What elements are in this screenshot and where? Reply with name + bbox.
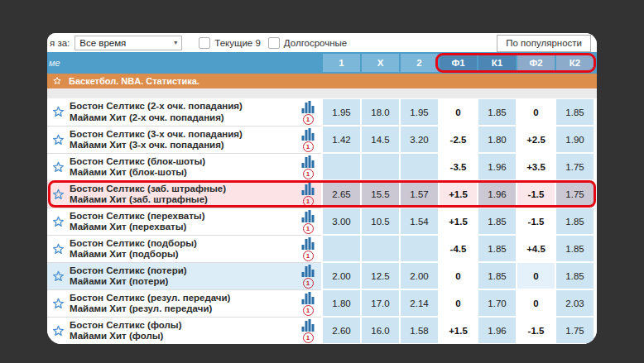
odds-cell-1[interactable]: 2.60: [323, 318, 360, 343]
column-header-x[interactable]: X: [362, 54, 399, 72]
odds-cell-k2[interactable]: 1.85: [556, 99, 594, 125]
market-name-cell[interactable]: Бостон Селтикс (потери) Майами Хит (поте…: [47, 262, 321, 289]
handicap-cell-f1[interactable]: -2.5: [440, 127, 477, 152]
odds-cell-k2[interactable]: 1.85: [556, 263, 594, 289]
odds-cell-2[interactable]: 2.14: [401, 290, 438, 316]
odds-cell-2[interactable]: 1.54: [401, 208, 438, 234]
odds-cell-x[interactable]: 17.0: [362, 290, 399, 316]
handicap-cell-f1[interactable]: 0: [440, 290, 477, 316]
odds-cell-k2[interactable]: 2.03: [556, 290, 594, 316]
favorite-star-icon[interactable]: [47, 270, 70, 284]
circled-1-icon[interactable]: 1: [303, 223, 314, 234]
odds-cell-k1[interactable]: 1.96: [478, 181, 516, 207]
odds-cell-x[interactable]: 15.5: [362, 181, 399, 207]
handicap-cell-f1[interactable]: -3.5: [440, 154, 477, 179]
odds-cell-1[interactable]: 1.42: [323, 127, 360, 152]
favorite-star-icon[interactable]: [47, 133, 70, 147]
category-row[interactable]: Баскетбол. NBA. Статистика.: [47, 74, 597, 88]
handicap-cell-f2[interactable]: +4.5: [517, 236, 555, 261]
odds-cell-x[interactable]: 16.0: [362, 318, 399, 343]
odds-cell-2[interactable]: 2.00: [401, 263, 438, 289]
handicap-cell-f1[interactable]: 0: [440, 263, 477, 289]
odds-cell-k1[interactable]: 1.85: [478, 263, 516, 289]
handicap-cell-f2[interactable]: 0: [517, 99, 555, 125]
handicap-cell-f2[interactable]: -1.5: [517, 181, 555, 207]
odds-cell-k1[interactable]: 1.80: [478, 127, 516, 152]
favorite-star-icon[interactable]: [47, 242, 70, 256]
odds-cell-k1[interactable]: 1.85: [478, 236, 516, 261]
category-star-icon[interactable]: [52, 76, 62, 86]
market-name-cell[interactable]: Бостон Селтикс (2-х очк. попадания) Майа…: [47, 98, 321, 126]
bar-chart-icon[interactable]: [301, 182, 315, 195]
circled-1-icon[interactable]: 1: [303, 196, 314, 207]
favorite-star-icon[interactable]: [47, 188, 70, 202]
handicap-cell-f1[interactable]: -4.5: [440, 236, 477, 261]
market-name-cell[interactable]: Бостон Селтикс (3-х очк. попадания) Майа…: [47, 126, 321, 153]
handicap-cell-f1[interactable]: 0: [440, 99, 477, 125]
favorite-star-icon[interactable]: [47, 105, 70, 119]
longterm-checkbox[interactable]: [268, 37, 280, 49]
market-name-cell[interactable]: Бостон Селтикс (фолы) Майами Хит (фолы) …: [47, 317, 321, 344]
odds-cell-1[interactable]: [323, 236, 360, 261]
odds-cell-k1[interactable]: 1.85: [478, 99, 516, 125]
odds-cell-2[interactable]: [401, 154, 438, 179]
circled-1-icon[interactable]: 1: [303, 141, 314, 152]
market-name-cell[interactable]: Бостон Селтикс (резул. передачи) Майами …: [47, 289, 321, 317]
handicap-cell-f2[interactable]: +3.5: [517, 154, 555, 179]
odds-cell-k2[interactable]: 1.85: [556, 208, 594, 234]
bar-chart-icon[interactable]: [301, 291, 315, 304]
circled-1-icon[interactable]: 1: [303, 114, 314, 125]
handicap-cell-f1[interactable]: +1.5: [440, 318, 477, 343]
odds-cell-x[interactable]: 14.5: [362, 127, 399, 152]
odds-cell-1[interactable]: 2.00: [323, 263, 360, 289]
column-header-1[interactable]: 1: [323, 54, 360, 72]
handicap-cell-f2[interactable]: +2.5: [517, 127, 555, 152]
sort-by-popularity-button[interactable]: По популярности: [497, 35, 591, 52]
period-select[interactable]: Все время ▾: [74, 36, 182, 50]
odds-cell-1[interactable]: [323, 154, 360, 179]
column-header-2[interactable]: 2: [401, 54, 438, 72]
odds-cell-1[interactable]: 1.95: [323, 99, 360, 125]
handicap-cell-f2[interactable]: -1.5: [517, 208, 555, 234]
odds-cell-k2[interactable]: 1.75: [556, 181, 594, 207]
bar-chart-icon[interactable]: [301, 318, 315, 332]
column-header-k1[interactable]: К1: [478, 54, 516, 72]
favorite-star-icon[interactable]: [47, 324, 70, 338]
odds-cell-k1[interactable]: 1.85: [478, 208, 516, 234]
handicap-cell-f1[interactable]: +1.5: [440, 181, 477, 207]
circled-1-icon[interactable]: 1: [303, 305, 314, 316]
odds-cell-x[interactable]: 18.0: [362, 99, 399, 125]
odds-cell-k1[interactable]: 1.96: [478, 154, 516, 179]
circled-1-icon[interactable]: 1: [303, 169, 314, 179]
circled-1-icon[interactable]: 1: [303, 251, 314, 261]
bar-chart-icon[interactable]: [301, 127, 315, 141]
odds-cell-k1[interactable]: 1.70: [478, 290, 516, 316]
column-header-k2[interactable]: К2: [556, 54, 594, 72]
column-header-f2[interactable]: Ф2: [517, 54, 555, 72]
circled-1-icon[interactable]: 1: [303, 332, 314, 343]
handicap-cell-f2[interactable]: 0: [517, 263, 555, 289]
bar-chart-icon[interactable]: [301, 100, 315, 113]
odds-cell-2[interactable]: 3.20: [401, 127, 438, 152]
odds-cell-x[interactable]: [362, 154, 399, 179]
handicap-cell-f1[interactable]: +1.5: [440, 208, 477, 234]
odds-cell-x[interactable]: 10.5: [362, 208, 399, 234]
odds-cell-x[interactable]: [362, 236, 399, 261]
odds-cell-k2[interactable]: 1.85: [556, 236, 594, 261]
market-name-cell[interactable]: Бостон Селтикс (подборы) Майами Хит (под…: [47, 235, 321, 262]
column-header-f1[interactable]: Ф1: [440, 54, 477, 72]
odds-cell-1[interactable]: 3.00: [323, 208, 360, 234]
favorite-star-icon[interactable]: [47, 297, 70, 311]
market-name-cell[interactable]: Бостон Селтикс (блок-шоты) Майами Хит (б…: [47, 153, 321, 180]
bar-chart-icon[interactable]: [301, 236, 315, 250]
handicap-cell-f2[interactable]: -1.5: [517, 318, 555, 343]
handicap-cell-f2[interactable]: 0: [517, 290, 555, 316]
favorite-star-icon[interactable]: [47, 215, 70, 229]
odds-cell-k2[interactable]: 1.75: [556, 318, 594, 343]
bar-chart-icon[interactable]: [301, 264, 315, 277]
market-name-cell[interactable]: Бостон Селтикс (перехваты) Майами Хит (п…: [47, 208, 321, 235]
odds-cell-2[interactable]: 1.57: [401, 181, 438, 207]
odds-cell-k2[interactable]: 1.90: [556, 127, 594, 152]
odds-cell-x[interactable]: 12.5: [362, 263, 399, 289]
odds-cell-1[interactable]: 2.65: [323, 181, 360, 207]
